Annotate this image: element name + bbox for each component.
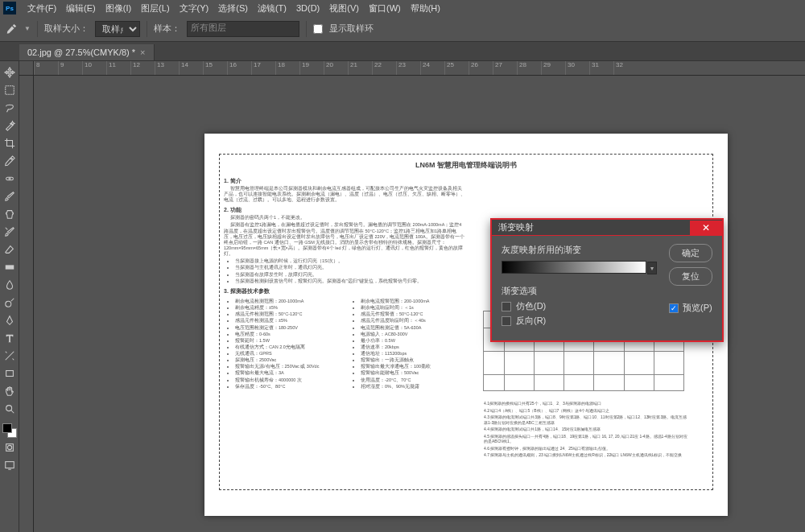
menu-3d[interactable]: 3D(D) bbox=[291, 3, 324, 13]
clone-tool[interactable] bbox=[2, 206, 18, 222]
doc-note: 4.5 探测器的感温探头端口一共有4路，端口18、19应第1路，端口 16, 1… bbox=[484, 434, 689, 444]
list-item: 报警输出：一路无源触点 bbox=[361, 357, 465, 363]
history-brush-tool[interactable] bbox=[2, 224, 18, 240]
doc-note: 4.7 探测器与主机的通讯规则，23 端口接到LN6W主机通过线R标识，22端口… bbox=[484, 452, 689, 458]
doc-section-2: 2. 功能 bbox=[224, 206, 465, 213]
path-tool[interactable] bbox=[2, 348, 18, 364]
reverse-checkbox[interactable] bbox=[502, 316, 511, 326]
list-item: 最小功率：0.5W bbox=[361, 338, 465, 344]
list-item: 报警输出无源/有电压：250Vac 或 30Vdc bbox=[235, 364, 340, 369]
rect-tool[interactable] bbox=[2, 365, 18, 381]
ruler-tick: 26 bbox=[469, 61, 493, 75]
list-item: 感温元件温度响应时间：＜40s bbox=[361, 318, 465, 324]
menu-window[interactable]: 窗口(W) bbox=[364, 2, 406, 14]
marquee-tool[interactable] bbox=[2, 82, 18, 98]
close-button[interactable]: ✕ bbox=[690, 221, 722, 235]
menu-file[interactable]: 文件(F) bbox=[23, 2, 61, 14]
show-ring-checkbox[interactable] bbox=[313, 24, 323, 34]
doc-paragraph: 探测器有监控1路漏电，在漏电值超过设定值时，发出报警信号。漏电值的调节范围在 2… bbox=[224, 222, 465, 257]
tabbar: 02.jpg @ 27.5%(CMYK/8) * × bbox=[0, 42, 805, 61]
dither-checkbox[interactable] bbox=[502, 302, 511, 311]
doc-note: 4.3 探测器的电流测试端口共3路，端口8、9时应第1路、端口10、11时应第2… bbox=[484, 414, 689, 425]
crop-tool[interactable] bbox=[2, 135, 18, 151]
menu-type[interactable]: 文字(Y) bbox=[175, 2, 214, 14]
gradient-dropdown-icon[interactable]: ▾ bbox=[647, 262, 657, 274]
list-item: 电压精度：0-60s bbox=[235, 332, 340, 337]
pen-tool[interactable] bbox=[2, 312, 18, 328]
blur-tool[interactable] bbox=[2, 277, 18, 293]
doc-note: 4.6 探测器有授时钟，探测器的输出端通过 24、25端口有源输出点/值。 bbox=[484, 446, 689, 452]
canvas-area[interactable]: 8910111213141516171819202122232425262728… bbox=[19, 61, 805, 532]
sample-layers-select[interactable]: 所有图层 bbox=[187, 21, 299, 37]
list-item: 相对湿度：0%、90%无凝露 bbox=[361, 384, 465, 390]
fg-swatch[interactable] bbox=[2, 423, 12, 433]
ruler-tick: 31 bbox=[589, 61, 613, 75]
app-icon: Ps bbox=[3, 2, 16, 14]
eraser-tool[interactable] bbox=[2, 241, 18, 258]
svg-rect-4 bbox=[6, 371, 13, 377]
list-item: 电流范围检测定值：5A-630A bbox=[361, 325, 465, 331]
dither-label: 仿色(D) bbox=[516, 300, 546, 312]
hand-tool[interactable] bbox=[2, 383, 18, 399]
close-icon[interactable]: × bbox=[140, 47, 145, 57]
eyedropper-tool[interactable] bbox=[2, 153, 18, 169]
dialog-titlebar[interactable]: 渐变映射 ✕ bbox=[492, 220, 722, 236]
list-item: 保存温度：-50°C、80°C bbox=[235, 384, 340, 390]
list-item: 感温元件检测范围：50°C-120°C bbox=[235, 311, 340, 317]
separator bbox=[147, 21, 147, 37]
reverse-label: 反向(R) bbox=[516, 315, 546, 327]
ruler-tick: 12 bbox=[130, 61, 155, 75]
chevron-down-icon[interactable]: ▼ bbox=[24, 25, 31, 32]
dodge-tool[interactable] bbox=[2, 295, 18, 311]
ruler-tick: 30 bbox=[565, 61, 589, 75]
gradient-map-dialog: 渐变映射 ✕ 灰度映射所用的渐变 ▾ 渐变选项 仿色(D) bbox=[490, 218, 724, 342]
menu-edit[interactable]: 编辑(E) bbox=[61, 2, 101, 14]
ruler-tick: 11 bbox=[106, 61, 130, 75]
ok-button[interactable]: 确定 bbox=[669, 244, 712, 262]
wand-tool[interactable] bbox=[2, 118, 18, 134]
screenmode-tool[interactable] bbox=[2, 457, 18, 473]
sample-size-select[interactable]: 取样点 bbox=[95, 21, 140, 37]
doc-note: 4.2 端口4（A线）、端口5（B线）、端口7（网线）这4个与通讯端口之 bbox=[484, 408, 689, 414]
gradient-tool[interactable] bbox=[2, 259, 18, 275]
menu-layer[interactable]: 图层(L) bbox=[136, 2, 174, 14]
list-item: 报警输出机械寿命：4000000 次 bbox=[235, 377, 340, 383]
document-tab[interactable]: 02.jpg @ 27.5%(CMYK/8) * × bbox=[19, 44, 155, 60]
separator bbox=[306, 21, 307, 37]
quickmask-tool[interactable] bbox=[2, 439, 18, 456]
menu-view[interactable]: 视图(V) bbox=[324, 2, 364, 14]
svg-rect-2 bbox=[5, 265, 14, 269]
list-item: 当探测器检测到设置信号时，报警灯闪亮。探测器有"远归"键复位，系统报警信号归零。 bbox=[235, 278, 465, 284]
list-item: 电压范围检测定值：180-250V bbox=[235, 325, 340, 331]
list-item: 报警输出能耐电压：500Vac bbox=[361, 370, 465, 376]
zoom-tool[interactable] bbox=[2, 401, 18, 417]
workspace: 8910111213141516171819202122232425262728… bbox=[0, 61, 805, 532]
menu-help[interactable]: 帮助(H) bbox=[406, 2, 445, 14]
ruler-tick: 28 bbox=[517, 61, 541, 75]
doc-section-3: 3. 探测器技术参数 bbox=[224, 287, 465, 295]
menu-filter[interactable]: 滤镜(T) bbox=[253, 2, 291, 14]
preview-checkbox[interactable] bbox=[669, 303, 679, 313]
brush-tool[interactable] bbox=[2, 188, 18, 204]
menu-select[interactable]: 选择(S) bbox=[213, 2, 253, 14]
gradient-preview[interactable]: ▾ bbox=[502, 261, 646, 274]
doc-paragraph: 智慧用电管理终端是本公司探测器模块和剩余电流互感器组成，可配接本公司生产的电气火… bbox=[224, 186, 465, 203]
type-tool[interactable] bbox=[2, 330, 18, 346]
ruler-tick: 24 bbox=[420, 61, 444, 75]
menu-image[interactable]: 图像(I) bbox=[101, 2, 136, 14]
list-item: 当探测器有故障发生时，故障灯闪亮。 bbox=[235, 272, 465, 278]
move-tool[interactable] bbox=[2, 64, 18, 80]
ruler-tick: 29 bbox=[541, 61, 565, 75]
svg-point-3 bbox=[5, 301, 10, 307]
list-item: 有线通信方式：CAN 2.0光电隔离 bbox=[235, 344, 340, 350]
svg-point-7 bbox=[7, 445, 11, 449]
lasso-tool[interactable] bbox=[2, 100, 18, 116]
color-swatches[interactable] bbox=[2, 423, 17, 438]
sample-label: 样本： bbox=[154, 23, 180, 35]
cancel-button[interactable]: 复位 bbox=[669, 267, 712, 286]
svg-rect-8 bbox=[5, 462, 14, 468]
heal-tool[interactable] bbox=[2, 171, 18, 187]
ruler-tick: 21 bbox=[348, 61, 372, 75]
list-item: 剩余电流精度：±5% bbox=[235, 305, 340, 311]
toolbar bbox=[0, 61, 19, 532]
